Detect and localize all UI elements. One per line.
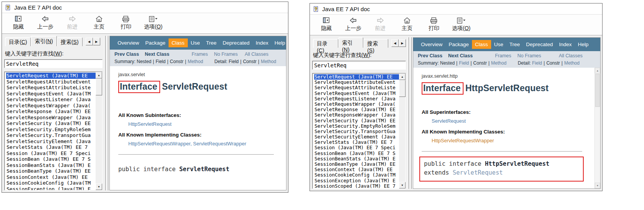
summary-method-link[interactable]: Method — [491, 60, 507, 66]
nav-use[interactable]: Use — [491, 40, 507, 49]
list-item[interactable]: ServletRequestEvent (Java(TM — [314, 91, 399, 96]
all-classes-link[interactable]: All Classes — [245, 52, 268, 57]
list-item[interactable]: ServletRequest (Java(TM) EE — [314, 74, 399, 80]
scroll-down-button[interactable]: ▼ — [399, 182, 406, 188]
list-item[interactable]: SessionScoped (Java(TM) EE 7 — [314, 183, 399, 188]
nav-help[interactable]: Help — [575, 40, 592, 49]
list-item[interactable]: ServletResponseWrapper (Java — [314, 112, 399, 118]
nav-index[interactable]: Index — [556, 40, 575, 49]
summary-field-link[interactable]: Field — [459, 60, 469, 66]
scroll-down-button[interactable]: ▼ — [96, 183, 102, 190]
list-item[interactable]: ServletRequestAttributeEvent — [314, 80, 399, 85]
home-button[interactable]: 主页 — [398, 16, 416, 32]
list-item[interactable]: ServletSecurity.TransportGua — [314, 129, 399, 134]
nav-class[interactable]: Class — [472, 40, 491, 49]
next-class-link[interactable]: Next Class — [145, 52, 169, 57]
index-list[interactable]: ServletRequest (Java(TM) EEServletReques… — [313, 73, 399, 188]
implementing-class-link[interactable]: HttpServletRequestWrapper — [128, 141, 190, 147]
tab-index[interactable]: 索引(N) — [31, 36, 56, 46]
nav-class[interactable]: Class — [169, 38, 188, 47]
list-item[interactable]: SessionCookieConfig (Java(TM — [6, 180, 96, 186]
frames-link[interactable]: Frames — [495, 53, 511, 58]
list-item[interactable]: ServletSecurity.EmptyRoleSem — [6, 127, 96, 133]
print-button[interactable]: 打印 — [425, 16, 443, 32]
list-item[interactable]: ServletSecurityElement (Java — [6, 138, 96, 145]
tab-scroll-left-button[interactable]: ◀ — [391, 39, 399, 47]
list-item[interactable]: SessionException (Java(TM) E — [6, 186, 96, 190]
list-item[interactable]: ServletStats (Java(TM) EE 7 — [314, 140, 399, 145]
list-item[interactable]: ServletStats (Java(TM) EE 7 — [6, 144, 96, 150]
nav-tree[interactable]: Tree — [507, 40, 523, 49]
list-item[interactable]: ServletSecurityElement (Java — [314, 134, 399, 140]
scroll-thumb[interactable] — [595, 74, 600, 107]
tab-index[interactable]: 索引(N) — [338, 37, 364, 48]
next-class-link[interactable]: Next Class — [448, 53, 473, 58]
back-button[interactable]: 上一步 — [36, 15, 54, 30]
prev-class-link[interactable]: Prev Class — [418, 53, 442, 58]
detail-method-link[interactable]: Method — [261, 59, 276, 64]
options-button[interactable]: 选项(O) — [144, 15, 162, 30]
tab-search[interactable]: 搜索(S) — [363, 39, 388, 48]
forward-button[interactable]: 前进 — [371, 16, 389, 32]
scroll-thumb[interactable] — [96, 78, 102, 95]
scroll-up-button[interactable]: ▲ — [96, 72, 102, 78]
hide-button[interactable]: 隐藏 — [318, 16, 335, 32]
title-bar[interactable]: ? Java EE 7 API doc — [310, 3, 602, 15]
list-item[interactable]: SessionBeanStats (Java(TM) E — [6, 162, 96, 168]
print-button[interactable]: 打印 — [117, 15, 135, 30]
list-item[interactable]: ServletSecurity.TransportGua — [6, 132, 96, 138]
detail-method-link[interactable]: Method — [564, 60, 579, 66]
nav-deprecated[interactable]: Deprecated — [220, 38, 253, 47]
scroll-track[interactable] — [399, 97, 406, 182]
nav-use[interactable]: Use — [188, 38, 203, 47]
list-item[interactable]: ServletRequestListener (Java — [314, 96, 399, 102]
nav-overview[interactable]: Overview — [418, 40, 445, 49]
implementing-class-link-visited[interactable]: HttpServletRequestWrapper — [432, 138, 494, 143]
nav-overview[interactable]: Overview — [114, 38, 142, 47]
back-button[interactable]: 上一步 — [344, 16, 362, 32]
extends-link[interactable]: ServletRequest — [453, 169, 503, 176]
superinterface-link[interactable]: ServletRequest — [432, 118, 466, 124]
list-item[interactable]: ServletRequestListener (Java — [6, 97, 96, 103]
list-item[interactable]: ServletResponse (Java(TM) EE — [6, 108, 96, 115]
tab-contents[interactable]: 目录(C) — [5, 37, 31, 46]
forward-button[interactable]: 前进 — [63, 15, 81, 30]
scroll-track[interactable] — [96, 95, 102, 183]
tab-scroll-right-button[interactable]: ▶ — [93, 38, 100, 45]
list-item[interactable]: ServletRequestWrapper (Java( — [6, 103, 96, 109]
list-item[interactable]: ServletSecurity (Java(TM) EE — [314, 118, 399, 123]
scroll-up-button[interactable]: ▲ — [399, 73, 406, 80]
list-item[interactable]: SessionException (Java(TM) E — [314, 178, 399, 183]
content-scrollbar[interactable]: ▲ ▼ — [594, 68, 600, 188]
all-classes-link[interactable]: All Classes — [559, 53, 583, 58]
list-item[interactable]: Session (Java(TM) EE 7 Speci — [314, 145, 399, 150]
list-item[interactable]: ServletResponseWrapper (Java — [6, 115, 96, 121]
list-item[interactable]: SessionContext (Java(TM) EE — [6, 174, 96, 180]
list-item[interactable]: SessionBeanType (Java(TM) EE — [314, 162, 399, 167]
list-item[interactable]: ServletRequestWrapper (Java( — [314, 102, 399, 107]
nav-deprecated[interactable]: Deprecated — [523, 40, 556, 49]
list-item[interactable]: ServletRequestEvent (Java(TM — [6, 91, 96, 97]
list-item[interactable]: ServletRequestAttributeListe — [6, 85, 96, 91]
nav-package[interactable]: Package — [142, 38, 169, 47]
scroll-thumb[interactable] — [399, 80, 406, 97]
list-item[interactable]: SessionBean (Java(TM) EE 7 S — [314, 151, 399, 156]
list-item[interactable]: SessionContext (Java(TM) EE — [314, 167, 399, 172]
implementing-class-link[interactable]: ServletRequestWrapper — [193, 141, 247, 147]
options-button[interactable]: 选项(O) — [452, 16, 470, 32]
find-keyword-input[interactable] — [4, 59, 103, 68]
list-item[interactable]: ServletRequestAttributeListe — [314, 85, 399, 90]
tab-scroll-left-button[interactable]: ◀ — [86, 38, 93, 45]
list-item[interactable]: SessionBean (Java(TM) EE 7 S — [6, 156, 96, 162]
hide-button[interactable]: 隐藏 — [10, 15, 27, 30]
find-keyword-input[interactable] — [312, 61, 406, 70]
nav-help[interactable]: Help — [272, 38, 286, 47]
list-item[interactable]: ServletSecurity (Java(TM) EE — [6, 120, 96, 127]
tab-contents[interactable]: 目录(C) — [313, 39, 338, 48]
pane-splitter[interactable] — [103, 36, 109, 190]
list-item[interactable]: Session (Java(TM) EE 7 Speci — [6, 150, 96, 157]
list-scrollbar[interactable]: ▲ ▼ — [96, 72, 102, 190]
nav-tree[interactable]: Tree — [203, 38, 220, 47]
list-item[interactable]: ServletRequestAttributeEvent — [6, 79, 96, 85]
scroll-down-button[interactable]: ▼ — [595, 183, 600, 188]
